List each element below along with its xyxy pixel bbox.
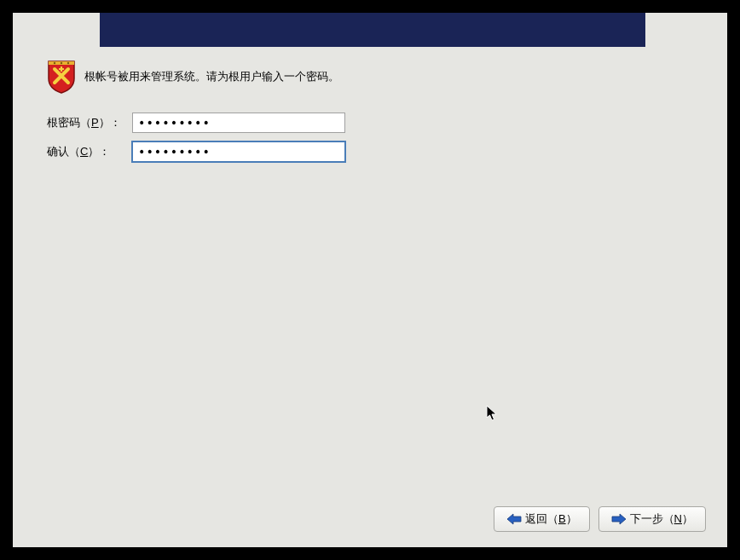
footer-buttons: 返回（B） 下一步（N）: [494, 506, 706, 532]
password-row: 根密码（P）：: [47, 113, 693, 133]
header-banner: [100, 13, 645, 47]
installer-window: 根帐号被用来管理系统。请为根用户输入一个密码。 根密码（P）： 确认（C）： 返…: [13, 13, 727, 547]
svg-point-2: [67, 62, 69, 64]
root-password-input[interactable]: [132, 113, 345, 133]
svg-point-1: [61, 62, 62, 64]
back-button[interactable]: 返回（B）: [494, 506, 590, 532]
content-area: 根帐号被用来管理系统。请为根用户输入一个密码。 根密码（P）： 确认（C）：: [47, 60, 693, 170]
arrow-left-icon: [506, 513, 522, 525]
next-button-label: 下一步（N）: [630, 511, 693, 527]
confirm-password-input[interactable]: [132, 141, 345, 162]
shield-icon: [47, 60, 76, 94]
password-label: 根密码（P）：: [47, 115, 132, 130]
confirm-label: 确认（C）：: [47, 144, 132, 159]
info-row: 根帐号被用来管理系统。请为根用户输入一个密码。: [47, 60, 693, 94]
arrow-right-icon: [611, 513, 627, 525]
svg-point-0: [54, 62, 55, 64]
next-button[interactable]: 下一步（N）: [598, 506, 706, 532]
info-text: 根帐号被用来管理系统。请为根用户输入一个密码。: [84, 69, 339, 84]
back-button-label: 返回（B）: [525, 511, 577, 527]
confirm-row: 确认（C）：: [47, 141, 693, 162]
